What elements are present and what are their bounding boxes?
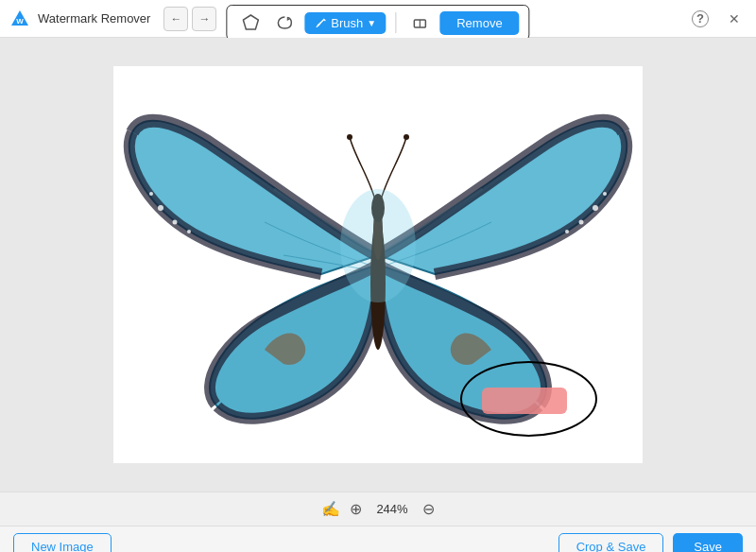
lasso-icon xyxy=(276,14,293,31)
polygon-icon xyxy=(242,14,259,31)
new-image-label: New Image xyxy=(31,540,94,552)
save-button[interactable]: Save xyxy=(673,533,743,552)
svg-text:W: W xyxy=(16,17,24,26)
app-title: Watermark Remover xyxy=(38,11,150,26)
save-label: Save xyxy=(694,540,722,552)
svg-marker-2 xyxy=(243,15,258,29)
new-image-button[interactable]: New Image xyxy=(13,533,112,552)
remove-button[interactable]: Remove xyxy=(439,11,519,35)
toolbar-separator xyxy=(395,12,396,33)
brush-chevron-icon: ▼ xyxy=(367,18,376,28)
zoom-out-button[interactable]: ⊖ xyxy=(422,500,435,518)
crop-save-button[interactable]: Crop & Save xyxy=(558,533,664,552)
svg-point-13 xyxy=(603,192,607,196)
svg-point-12 xyxy=(579,220,584,225)
eraser-icon xyxy=(411,14,428,31)
zoom-out-icon: ⊖ xyxy=(422,501,435,517)
eraser-tool-button[interactable] xyxy=(405,9,434,36)
close-icon: ✕ xyxy=(729,11,740,26)
main-toolbar: Brush ▼ Remove xyxy=(226,5,529,41)
brush-mark xyxy=(482,388,567,414)
nav-back-button[interactable]: ← xyxy=(163,7,188,31)
butterfly-container xyxy=(113,66,643,463)
polygon-tool-button[interactable] xyxy=(236,9,265,36)
svg-point-7 xyxy=(158,205,163,211)
title-bar-left: W Watermark Remover ← → xyxy=(9,7,216,31)
close-button[interactable]: ✕ xyxy=(722,7,747,31)
zoom-bar: ✍ ⊕ 244% ⊖ xyxy=(0,492,756,526)
crop-save-label: Crop & Save xyxy=(576,540,646,552)
svg-point-10 xyxy=(187,230,191,233)
svg-point-8 xyxy=(173,220,178,225)
canvas-area xyxy=(0,38,756,492)
app-logo-icon: W xyxy=(9,9,30,29)
help-button[interactable]: ? xyxy=(688,7,713,31)
svg-point-18 xyxy=(347,134,352,140)
svg-point-9 xyxy=(149,192,153,196)
svg-point-19 xyxy=(404,134,409,140)
remove-label: Remove xyxy=(456,16,502,30)
title-bar-right: ? ✕ xyxy=(688,7,747,31)
svg-point-20 xyxy=(340,189,416,302)
zoom-in-button[interactable]: ⊕ xyxy=(350,500,362,518)
brush-label: Brush xyxy=(331,16,363,30)
title-bar-wrapper: W Watermark Remover ← → xyxy=(0,0,756,38)
hand-tool-icon[interactable]: ✍ xyxy=(321,500,340,518)
svg-point-14 xyxy=(565,230,569,233)
zoom-value: 244% xyxy=(371,502,413,516)
brush-tool-button[interactable]: Brush ▼ xyxy=(304,12,386,34)
bottom-right-buttons: Crop & Save Save xyxy=(558,533,743,552)
svg-point-11 xyxy=(593,205,598,211)
title-bar: W Watermark Remover ← → xyxy=(0,0,756,38)
help-icon: ? xyxy=(692,10,709,27)
nav-forward-button[interactable]: → xyxy=(192,7,216,31)
bottom-bar: New Image Crop & Save Save xyxy=(0,526,756,552)
brush-icon xyxy=(314,16,327,29)
nav-arrows: ← → xyxy=(163,7,216,31)
zoom-in-icon: ⊕ xyxy=(350,501,362,517)
lasso-tool-button[interactable] xyxy=(270,9,299,36)
